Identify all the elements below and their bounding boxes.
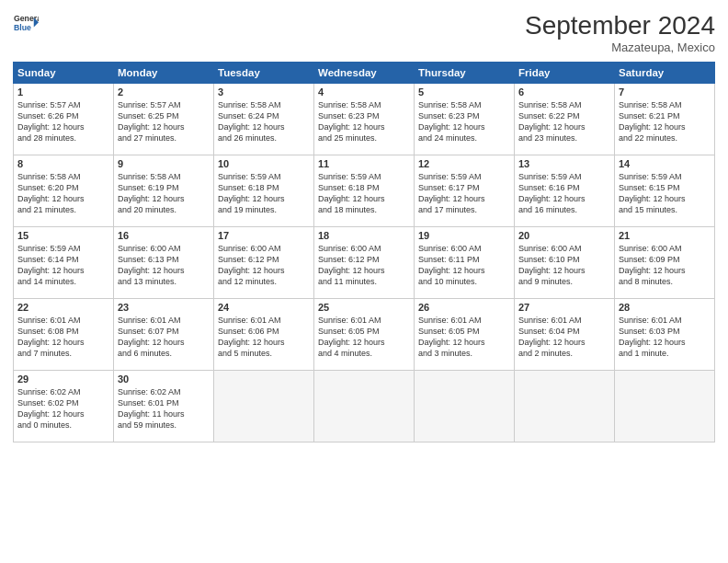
- day-cell: 21Sunrise: 6:00 AMSunset: 6:09 PMDayligh…: [615, 227, 715, 299]
- col-friday: Friday: [515, 63, 615, 84]
- week-row-5: 29Sunrise: 6:02 AMSunset: 6:02 PMDayligh…: [14, 371, 715, 442]
- logo: General Blue: [13, 11, 39, 37]
- location: Mazateupa, Mexico: [525, 40, 715, 54]
- day-number: 30: [118, 373, 210, 385]
- col-saturday: Saturday: [615, 63, 715, 84]
- header-row-days: Sunday Monday Tuesday Wednesday Thursday…: [14, 63, 715, 84]
- col-thursday: Thursday: [415, 63, 515, 84]
- day-info: Sunrise: 6:01 AMSunset: 6:07 PMDaylight:…: [118, 315, 210, 360]
- day-cell: 1Sunrise: 5:57 AMSunset: 6:26 PMDaylight…: [14, 84, 114, 155]
- week-row-1: 1Sunrise: 5:57 AMSunset: 6:26 PMDaylight…: [14, 84, 715, 155]
- day-info: Sunrise: 5:59 AMSunset: 6:14 PMDaylight:…: [17, 243, 109, 288]
- svg-text:Blue: Blue: [14, 23, 31, 32]
- day-cell: 3Sunrise: 5:58 AMSunset: 6:24 PMDaylight…: [214, 84, 314, 155]
- day-info: Sunrise: 6:00 AMSunset: 6:12 PMDaylight:…: [318, 243, 410, 288]
- day-info: Sunrise: 5:59 AMSunset: 6:18 PMDaylight:…: [218, 171, 310, 216]
- day-number: 27: [518, 302, 610, 313]
- day-number: 5: [418, 86, 510, 98]
- day-info: Sunrise: 5:59 AMSunset: 6:15 PMDaylight:…: [619, 171, 711, 216]
- day-number: 15: [17, 230, 109, 241]
- day-cell: 27Sunrise: 6:01 AMSunset: 6:04 PMDayligh…: [515, 299, 615, 371]
- day-cell: 20Sunrise: 6:00 AMSunset: 6:10 PMDayligh…: [515, 227, 615, 299]
- day-cell: [214, 371, 314, 442]
- day-number: 25: [318, 302, 410, 313]
- day-number: 19: [418, 230, 510, 241]
- day-cell: 4Sunrise: 5:58 AMSunset: 6:23 PMDaylight…: [314, 84, 415, 155]
- day-info: Sunrise: 6:01 AMSunset: 6:05 PMDaylight:…: [418, 315, 510, 360]
- header-row: General Blue September 2024 Mazateupa, M…: [13, 11, 715, 54]
- day-info: Sunrise: 6:01 AMSunset: 6:08 PMDaylight:…: [17, 315, 109, 360]
- day-number: 21: [619, 230, 711, 241]
- day-cell: 17Sunrise: 6:00 AMSunset: 6:12 PMDayligh…: [214, 227, 314, 299]
- day-cell: 8Sunrise: 5:58 AMSunset: 6:20 PMDaylight…: [14, 155, 114, 227]
- day-info: Sunrise: 6:01 AMSunset: 6:04 PMDaylight:…: [518, 315, 610, 360]
- day-number: 8: [17, 158, 109, 169]
- day-info: Sunrise: 6:00 AMSunset: 6:09 PMDaylight:…: [619, 243, 711, 288]
- day-cell: 24Sunrise: 6:01 AMSunset: 6:06 PMDayligh…: [214, 299, 314, 371]
- day-info: Sunrise: 6:00 AMSunset: 6:11 PMDaylight:…: [418, 243, 510, 288]
- title-block: September 2024 Mazateupa, Mexico: [525, 11, 715, 54]
- week-row-3: 15Sunrise: 5:59 AMSunset: 6:14 PMDayligh…: [14, 227, 715, 299]
- day-cell: 26Sunrise: 6:01 AMSunset: 6:05 PMDayligh…: [415, 299, 515, 371]
- day-number: 20: [518, 230, 610, 241]
- day-number: 14: [619, 158, 711, 169]
- day-info: Sunrise: 5:58 AMSunset: 6:22 PMDaylight:…: [518, 99, 610, 144]
- day-cell: 10Sunrise: 5:59 AMSunset: 6:18 PMDayligh…: [214, 155, 314, 227]
- col-tuesday: Tuesday: [214, 63, 314, 84]
- day-cell: 22Sunrise: 6:01 AMSunset: 6:08 PMDayligh…: [14, 299, 114, 371]
- day-cell: 28Sunrise: 6:01 AMSunset: 6:03 PMDayligh…: [615, 299, 715, 371]
- day-cell: 5Sunrise: 5:58 AMSunset: 6:23 PMDaylight…: [415, 84, 515, 155]
- month-title: September 2024: [525, 11, 715, 40]
- day-info: Sunrise: 6:00 AMSunset: 6:10 PMDaylight:…: [518, 243, 610, 288]
- day-cell: [615, 371, 715, 442]
- day-cell: [314, 371, 415, 442]
- day-cell: 25Sunrise: 6:01 AMSunset: 6:05 PMDayligh…: [314, 299, 415, 371]
- day-info: Sunrise: 5:57 AMSunset: 6:26 PMDaylight:…: [17, 99, 109, 144]
- day-number: 16: [118, 230, 210, 241]
- day-cell: 14Sunrise: 5:59 AMSunset: 6:15 PMDayligh…: [615, 155, 715, 227]
- day-cell: [415, 371, 515, 442]
- day-cell: 29Sunrise: 6:02 AMSunset: 6:02 PMDayligh…: [14, 371, 114, 442]
- day-info: Sunrise: 6:02 AMSunset: 6:01 PMDaylight:…: [118, 386, 210, 431]
- day-info: Sunrise: 6:00 AMSunset: 6:13 PMDaylight:…: [118, 243, 210, 288]
- day-info: Sunrise: 6:01 AMSunset: 6:03 PMDaylight:…: [619, 315, 711, 360]
- day-number: 9: [118, 158, 210, 169]
- day-cell: 23Sunrise: 6:01 AMSunset: 6:07 PMDayligh…: [114, 299, 214, 371]
- day-info: Sunrise: 5:59 AMSunset: 6:18 PMDaylight:…: [318, 171, 410, 216]
- day-info: Sunrise: 5:58 AMSunset: 6:24 PMDaylight:…: [218, 99, 310, 144]
- day-cell: 15Sunrise: 5:59 AMSunset: 6:14 PMDayligh…: [14, 227, 114, 299]
- day-cell: 30Sunrise: 6:02 AMSunset: 6:01 PMDayligh…: [114, 371, 214, 442]
- day-info: Sunrise: 5:58 AMSunset: 6:20 PMDaylight:…: [17, 171, 109, 216]
- col-monday: Monday: [114, 63, 214, 84]
- day-cell: 19Sunrise: 6:00 AMSunset: 6:11 PMDayligh…: [415, 227, 515, 299]
- day-info: Sunrise: 5:58 AMSunset: 6:23 PMDaylight:…: [418, 99, 510, 144]
- week-row-2: 8Sunrise: 5:58 AMSunset: 6:20 PMDaylight…: [14, 155, 715, 227]
- day-info: Sunrise: 5:59 AMSunset: 6:17 PMDaylight:…: [418, 171, 510, 216]
- day-cell: 13Sunrise: 5:59 AMSunset: 6:16 PMDayligh…: [515, 155, 615, 227]
- week-row-4: 22Sunrise: 6:01 AMSunset: 6:08 PMDayligh…: [14, 299, 715, 371]
- day-cell: [515, 371, 615, 442]
- day-info: Sunrise: 6:00 AMSunset: 6:12 PMDaylight:…: [218, 243, 310, 288]
- day-number: 12: [418, 158, 510, 169]
- day-info: Sunrise: 5:57 AMSunset: 6:25 PMDaylight:…: [118, 99, 210, 144]
- day-cell: 18Sunrise: 6:00 AMSunset: 6:12 PMDayligh…: [314, 227, 415, 299]
- col-sunday: Sunday: [14, 63, 114, 84]
- day-number: 7: [619, 86, 711, 98]
- day-info: Sunrise: 6:01 AMSunset: 6:05 PMDaylight:…: [318, 315, 410, 360]
- day-cell: 2Sunrise: 5:57 AMSunset: 6:25 PMDaylight…: [114, 84, 214, 155]
- day-number: 2: [118, 86, 210, 98]
- day-number: 11: [318, 158, 410, 169]
- day-info: Sunrise: 5:59 AMSunset: 6:16 PMDaylight:…: [518, 171, 610, 216]
- day-number: 22: [17, 302, 109, 313]
- day-cell: 9Sunrise: 5:58 AMSunset: 6:19 PMDaylight…: [114, 155, 214, 227]
- day-info: Sunrise: 6:02 AMSunset: 6:02 PMDaylight:…: [17, 386, 109, 431]
- calendar-table: Sunday Monday Tuesday Wednesday Thursday…: [13, 62, 715, 442]
- day-number: 13: [518, 158, 610, 169]
- day-number: 26: [418, 302, 510, 313]
- day-number: 4: [318, 86, 410, 98]
- logo-icon: General Blue: [13, 11, 39, 37]
- day-number: 3: [218, 86, 310, 98]
- day-number: 23: [118, 302, 210, 313]
- day-number: 6: [518, 86, 610, 98]
- day-number: 28: [619, 302, 711, 313]
